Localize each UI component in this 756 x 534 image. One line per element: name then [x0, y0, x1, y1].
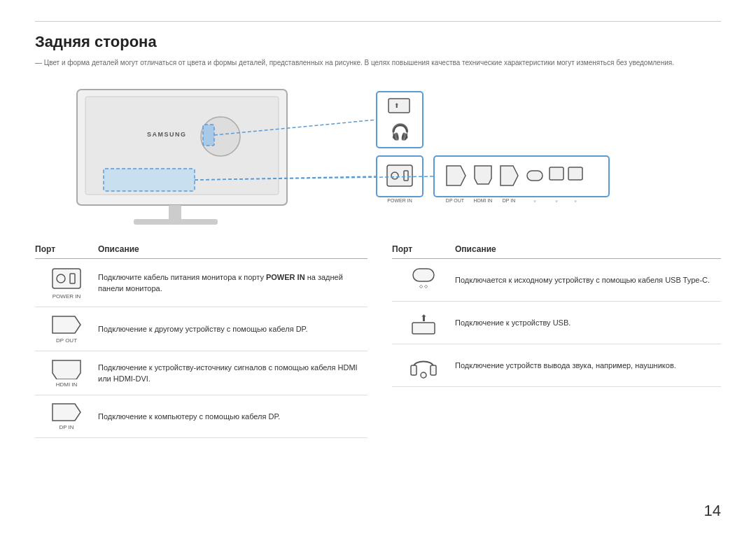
svg-text:POWER IN: POWER IN — [387, 198, 412, 203]
left-col-desc-header: Описание — [98, 244, 368, 254]
disclaimer-text: Цвет и форма деталей могут отличаться от… — [35, 58, 721, 68]
svg-rect-36 — [413, 269, 434, 281]
port-icon-dp-in: DP IN — [35, 402, 98, 430]
right-table: Порт Описание ⬦⬦ Подключается к исходном… — [378, 240, 721, 438]
power-in-label: POWER IN — [52, 293, 80, 300]
monitor-diagram: SAMSUNG ⬆ 🎧 POWER IN — [35, 86, 721, 226]
port-icon-usb: ⬆ — [392, 309, 455, 337]
port-icon-power: POWER IN — [35, 266, 98, 300]
usbc-icon: ⬦⬦ — [407, 266, 440, 294]
headphone-desc: Подключение устройств вывода звука, напр… — [455, 360, 721, 372]
svg-text:⬆: ⬆ — [420, 313, 428, 323]
table-row: DP IN Подключение к компьютеру с помощью… — [35, 395, 368, 438]
left-table-header: Порт Описание — [35, 240, 368, 259]
hdmi-in-desc: Подключение к устройству-источнику сигна… — [98, 362, 368, 385]
page-number: 14 — [704, 502, 721, 520]
right-col-desc-header: Описание — [455, 244, 721, 254]
power-in-icon — [50, 266, 83, 291]
diagram-area: SAMSUNG ⬆ 🎧 POWER IN — [35, 79, 721, 233]
port-icon-hdmi: HDMI IN — [35, 358, 98, 388]
svg-rect-40 — [411, 365, 416, 375]
svg-rect-3 — [104, 169, 195, 191]
svg-text:DP IN: DP IN — [503, 198, 516, 203]
headphone-icon — [407, 351, 440, 379]
svg-rect-6 — [134, 219, 218, 225]
dp-out-label: DP OUT — [56, 337, 77, 344]
svg-rect-42 — [430, 365, 436, 375]
svg-rect-19 — [527, 171, 542, 181]
svg-rect-4 — [203, 125, 214, 146]
right-table-header: Порт Описание — [392, 240, 721, 259]
dp-in-desc: Подключение к компьютеру с помощью кабел… — [98, 411, 368, 423]
brand-label: SAMSUNG — [147, 131, 187, 138]
port-icon-usbc: ⬦⬦ — [392, 266, 455, 294]
dp-in-label: DP IN — [59, 424, 74, 430]
table-row: Подключение устройств вывода звука, напр… — [392, 344, 721, 387]
port-icon-dp-out: DP OUT — [35, 314, 98, 344]
dp-out-desc: Подключение к другому устройству с помощ… — [98, 323, 368, 335]
svg-text:⬦: ⬦ — [555, 198, 558, 203]
hdmi-in-label: HDMI IN — [56, 381, 78, 388]
hdmi-in-icon — [50, 358, 83, 379]
dp-out-icon — [50, 314, 83, 335]
svg-text:⬦⬦: ⬦⬦ — [419, 281, 428, 290]
usb-desc: Подключение к устройству USB. — [455, 317, 721, 329]
svg-rect-21 — [568, 167, 582, 180]
table-row: DP OUT Подключение к другому устройству … — [35, 307, 368, 351]
svg-text:HDMI IN: HDMI IN — [474, 198, 493, 203]
dp-in-icon — [50, 402, 83, 422]
table-row: ⬆ Подключение к устройству USB. — [392, 302, 721, 344]
power-in-desc: Подключите кабель питания монитора к пор… — [98, 272, 368, 295]
usbc-desc: Подключается к исходному устройству с по… — [455, 274, 721, 286]
tables-container: Порт Описание POWER IN Подключите кабель… — [35, 240, 721, 438]
svg-marker-35 — [52, 404, 80, 421]
svg-point-41 — [421, 372, 426, 378]
svg-text:🎧: 🎧 — [391, 122, 410, 141]
svg-rect-5 — [169, 205, 181, 220]
table-row: POWER IN Подключите кабель питания монит… — [35, 259, 368, 307]
svg-text:⬆: ⬆ — [394, 102, 400, 109]
left-col-port-header: Порт — [35, 244, 98, 254]
page-title: Задняя сторона — [35, 33, 721, 51]
right-col-port-header: Порт — [392, 244, 455, 254]
svg-rect-20 — [550, 167, 564, 180]
svg-text:⬦: ⬦ — [533, 198, 536, 203]
svg-rect-39 — [412, 323, 435, 334]
top-divider — [35, 21, 721, 22]
svg-marker-34 — [52, 316, 80, 333]
table-row: ⬦⬦ Подключается к исходному устройству с… — [392, 259, 721, 302]
svg-text:⬦: ⬦ — [574, 198, 577, 203]
left-table: Порт Описание POWER IN Подключите кабель… — [35, 240, 378, 438]
port-icon-headphone — [392, 351, 455, 379]
table-row: HDMI IN Подключение к устройству-источни… — [35, 351, 368, 395]
page-container: Задняя сторона Цвет и форма деталей могу… — [0, 0, 756, 534]
usb-icon: ⬆ — [407, 309, 440, 337]
svg-text:DP OUT: DP OUT — [446, 198, 465, 203]
